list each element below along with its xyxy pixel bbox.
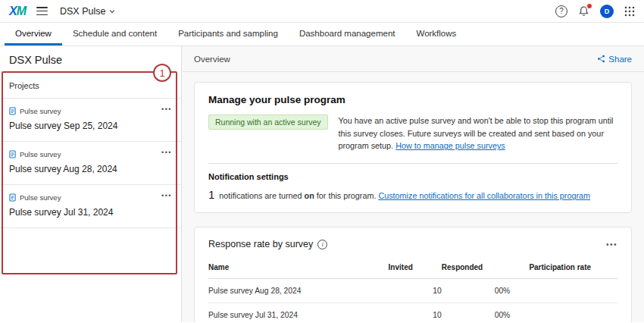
project-options-icon[interactable]: ••• — [161, 149, 172, 156]
card-divider — [208, 163, 617, 164]
column-header-invited: Invited — [389, 257, 442, 279]
cell-participation-rate: 0% — [499, 303, 617, 322]
response-card-header: Response rate by survey i ••• — [208, 239, 617, 249]
project-type-label: Pulse survey — [20, 193, 61, 202]
breadcrumb: Overview — [194, 55, 230, 64]
survey-doc-icon — [9, 150, 16, 158]
project-options-icon[interactable]: ••• — [161, 105, 172, 113]
projects-section-label: Projects — [0, 72, 181, 99]
status-row: Running with an active survey You have a… — [208, 114, 617, 152]
tab-schedule-and-content[interactable]: Schedule and content — [62, 23, 167, 45]
program-selector-dropdown[interactable]: DSX Pulse — [60, 6, 115, 17]
cell-responded: 0 — [442, 279, 499, 303]
project-list-item[interactable]: Pulse survey Pulse survey Sep 25, 2024 •… — [0, 99, 181, 142]
program-selector-label: DSX Pulse — [60, 6, 105, 17]
cell-invited: 10 — [389, 279, 442, 303]
share-label: Share — [608, 55, 632, 64]
cell-name: Pulse survey Jul 31, 2024 — [208, 303, 389, 322]
project-name: Pulse survey Jul 31, 2024 — [9, 207, 172, 218]
survey-doc-icon — [9, 107, 16, 115]
notification-settings-heading: Notification settings — [208, 172, 617, 181]
column-header-responded: Responded — [442, 257, 499, 279]
project-type-label: Pulse survey — [20, 150, 61, 158]
chevron-down-icon — [109, 8, 115, 14]
project-list-item[interactable]: Pulse survey Pulse survey Aug 28, 2024 •… — [0, 142, 181, 185]
manage-card-title: Manage your pulse program — [208, 94, 617, 105]
response-rate-card: Response rate by survey i ••• Name Invit… — [194, 227, 632, 322]
project-type-row: Pulse survey — [9, 150, 172, 158]
cell-responded: 0 — [442, 303, 499, 322]
customize-notifications-link[interactable]: Customize notifications for all collabor… — [378, 191, 590, 200]
notification-count: 1 — [208, 188, 214, 201]
xm-logo-x: X — [9, 5, 17, 17]
project-name: Pulse survey Sep 25, 2024 — [9, 121, 172, 131]
tab-participants-and-sampling[interactable]: Participants and sampling — [167, 23, 289, 45]
sidebar: DSX Pulse Projects Pulse survey Pulse su… — [0, 46, 182, 322]
sidebar-program-title: DSX Pulse — [0, 46, 181, 72]
hamburger-menu-icon[interactable] — [36, 7, 48, 15]
how-to-manage-link[interactable]: How to manage pulse surveys — [395, 141, 505, 150]
xm-logo-m: M — [17, 5, 26, 17]
tab-dashboard-management[interactable]: Dashboard management — [289, 23, 406, 45]
main-scroll-area[interactable]: Manage your pulse program Running with a… — [182, 72, 644, 322]
response-card-title: Response rate by survey i — [208, 239, 327, 249]
tab-overview[interactable]: Overview — [5, 23, 62, 45]
avatar-initial: D — [605, 8, 610, 15]
top-bar: XM DSX Pulse ? D — [0, 0, 644, 23]
notification-text: notifications are turned — [217, 191, 304, 200]
avatar[interactable]: D — [600, 5, 614, 18]
info-icon[interactable]: i — [317, 240, 327, 249]
primary-tab-bar: Overview Schedule and content Participan… — [0, 23, 644, 46]
share-button[interactable]: Share — [597, 55, 632, 64]
manage-pulse-program-card: Manage your pulse program Running with a… — [194, 82, 632, 213]
help-icon[interactable]: ? — [555, 5, 567, 17]
topbar-actions: ? D — [555, 5, 635, 18]
table-row[interactable]: Pulse survey Aug 28, 2024 10 0 0% — [208, 279, 617, 303]
response-card-options-icon[interactable]: ••• — [606, 240, 617, 249]
notifications-button[interactable] — [578, 5, 589, 17]
project-type-row: Pulse survey — [9, 107, 172, 115]
notification-text-2: for this program. — [314, 191, 379, 200]
project-name: Pulse survey Aug 28, 2024 — [9, 164, 172, 174]
response-card-title-text: Response rate by survey — [208, 239, 313, 249]
app-window: XM DSX Pulse ? D Overview Schedule and c… — [0, 0, 644, 323]
share-icon — [597, 55, 605, 63]
status-badge: Running with an active survey — [208, 114, 328, 130]
table-row[interactable]: Pulse survey Jul 31, 2024 10 0 0% — [208, 303, 617, 322]
cell-participation-rate: 0% — [499, 279, 617, 303]
project-options-icon[interactable]: ••• — [161, 192, 172, 199]
cell-invited: 10 — [389, 303, 442, 322]
notification-on: on — [305, 191, 314, 200]
survey-doc-icon — [9, 193, 16, 202]
tab-workflows[interactable]: Workflows — [405, 23, 467, 45]
notification-settings-line: 1 notifications are turned on for this p… — [208, 188, 617, 201]
xm-logo: XM — [9, 5, 26, 18]
project-type-label: Pulse survey — [20, 107, 61, 115]
response-rate-table: Name Invited Responded Participation rat… — [208, 257, 617, 322]
main-header: Overview Share — [182, 46, 644, 72]
cell-name: Pulse survey Aug 28, 2024 — [208, 279, 389, 303]
column-header-participation-rate: Participation rate — [499, 257, 617, 279]
notification-badge — [586, 3, 592, 9]
project-list-item[interactable]: Pulse survey Pulse survey Jul 31, 2024 •… — [0, 185, 181, 228]
status-description: You have an active pulse survey and won'… — [339, 114, 618, 152]
project-type-row: Pulse survey — [9, 193, 172, 202]
content-area: DSX Pulse Projects Pulse survey Pulse su… — [0, 46, 644, 322]
column-header-name: Name — [208, 257, 389, 279]
main-panel: Overview Share Manage your pulse program… — [182, 46, 644, 322]
app-grid-icon[interactable] — [624, 6, 635, 17]
